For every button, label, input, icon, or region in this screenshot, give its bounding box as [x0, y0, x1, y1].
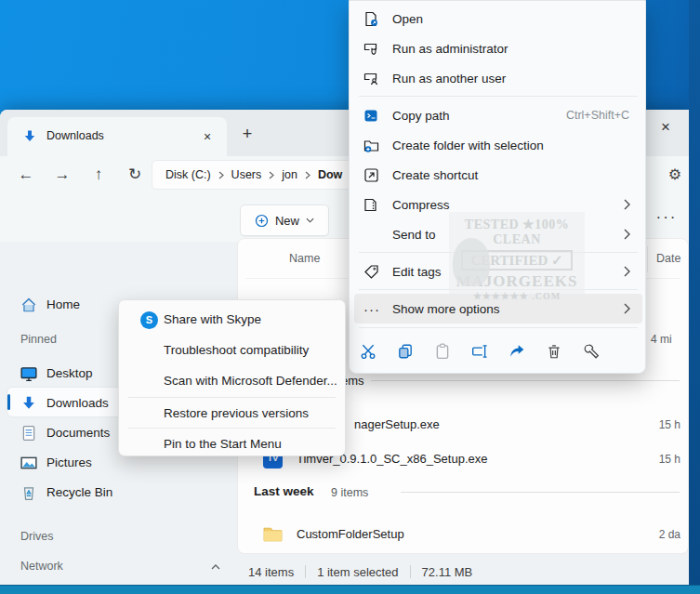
- downloads-icon: [22, 129, 37, 144]
- submenu-item-scan-with-defender[interactable]: Scan with Microsoft Defender...: [122, 367, 342, 396]
- new-tab-button[interactable]: +: [236, 123, 258, 145]
- new-button-label: New: [275, 214, 299, 228]
- copy-path-icon: [363, 108, 379, 124]
- desktop-icon: [20, 365, 37, 382]
- column-header-name[interactable]: Name: [289, 239, 320, 278]
- submenu-item-label: Restore previous versions: [164, 406, 309, 420]
- pinned-section-header[interactable]: Pinned: [20, 333, 57, 346]
- submenu-item-restore-previous-versions[interactable]: Restore previous versions: [122, 400, 342, 429]
- sidebar-item-recycle-bin[interactable]: Recycle Bin: [0, 478, 232, 507]
- submenu-item-troubleshoot-compatibility[interactable]: Troubleshoot compatibility: [122, 337, 342, 365]
- sidebar-item-label: Documents: [46, 426, 110, 440]
- menu-item-label: Show more options: [392, 302, 623, 316]
- submenu-item-pin-to-start-menu[interactable]: Pin to the Start Menu: [122, 430, 342, 459]
- chevron-down-icon: [306, 218, 314, 223]
- menu-item-label: Copy path: [392, 109, 566, 123]
- see-more-button[interactable]: ···: [651, 206, 682, 232]
- group-header-label[interactable]: Last week: [254, 484, 314, 498]
- menu-item-label: Open: [392, 12, 642, 26]
- group-divider: [401, 492, 680, 493]
- menu-icon-bar: [350, 330, 645, 373]
- breadcrumb-disk[interactable]: Disk (C:): [162, 168, 215, 181]
- watermark-line4: ★★★★★★ .COM: [449, 291, 585, 301]
- share-icon: [508, 343, 525, 360]
- file-date: 15 h: [659, 418, 680, 431]
- group-header-count: 9 items: [331, 486, 368, 499]
- drives-section-header[interactable]: Drives: [20, 530, 53, 543]
- column-header-date[interactable]: Date: [656, 239, 680, 278]
- create-shortcut-icon: [363, 167, 379, 183]
- menu-separator: [359, 327, 638, 328]
- forward-icon[interactable]: →: [49, 162, 75, 188]
- group-divider: [371, 380, 680, 381]
- submenu-chevron-icon: [623, 228, 631, 241]
- back-icon[interactable]: ←: [13, 162, 39, 188]
- submenu-separator: [128, 428, 336, 429]
- tab-title: Downloads: [46, 129, 104, 142]
- submenu-separator: [128, 397, 336, 398]
- file-date: 4 mi: [651, 333, 672, 346]
- rename-icon: [471, 343, 488, 360]
- status-bar: 14 items 1 item selected 72.11 MB: [0, 560, 700, 584]
- menu-item-run-as-administrator[interactable]: Run as administrator: [354, 33, 642, 63]
- breadcrumb-jon[interactable]: jon: [278, 168, 301, 181]
- skype-icon: S: [140, 311, 158, 329]
- column-divider[interactable]: [647, 246, 648, 272]
- desktop-right-edge: [689, 0, 700, 594]
- status-item-count: 14 items: [237, 565, 305, 579]
- run-admin-icon: [363, 41, 379, 57]
- breadcrumb-users[interactable]: Users: [228, 168, 266, 181]
- menu-item-label: Compress: [392, 198, 623, 212]
- compress-icon: [363, 197, 379, 213]
- file-row[interactable]: CustomFolderSetup 2 da: [238, 520, 688, 549]
- copy-icon: [397, 343, 414, 360]
- file-name: CustomFolderSetup: [297, 527, 404, 541]
- menu-item-create-folder-with-selection[interactable]: Create folder with selection: [354, 130, 642, 160]
- submenu-item-label: Share with Skype: [164, 312, 261, 326]
- open-icon: [363, 11, 379, 27]
- copy-button[interactable]: [387, 336, 424, 367]
- watermark-mascot: [453, 238, 490, 286]
- sidebar-item-label: Downloads: [46, 396, 109, 410]
- breadcrumb-separator-icon: [269, 171, 274, 179]
- menu-item-copy-path[interactable]: Copy path Ctrl+Shift+C: [354, 100, 642, 130]
- documents-icon: [20, 425, 37, 442]
- share-button[interactable]: [498, 336, 535, 367]
- breadcrumb-current[interactable]: Dow: [314, 168, 346, 181]
- menu-separator: [359, 96, 638, 97]
- gear-icon[interactable]: ⚙: [662, 163, 688, 187]
- refresh-icon[interactable]: ↻: [122, 162, 148, 188]
- more-options-icon: ···: [363, 301, 379, 317]
- new-button[interactable]: New: [240, 205, 329, 236]
- edit-tags-icon: [363, 264, 379, 280]
- sidebar-item-label: Recycle Bin: [46, 485, 112, 499]
- up-icon[interactable]: ↑: [86, 162, 112, 188]
- sidebar-item-label: Pictures: [46, 455, 92, 469]
- menu-item-label: Create shortcut: [392, 168, 642, 182]
- submenu-item-share-with-skype[interactable]: S Share with Skype: [122, 306, 342, 335]
- tab-close-icon[interactable]: ×: [197, 126, 218, 147]
- paste-button[interactable]: [424, 336, 461, 367]
- status-selected: 1 item selected: [306, 565, 409, 579]
- submenu-item-label: Scan with Microsoft Defender...: [164, 374, 337, 388]
- context-menu: Open Run as administrator Run as another…: [349, 0, 646, 374]
- menu-item-label: Create folder with selection: [392, 139, 642, 152]
- menu-item-open[interactable]: Open: [354, 4, 642, 33]
- submenu-chevron-icon: [623, 302, 631, 315]
- rename-button[interactable]: [461, 336, 498, 367]
- submenu-item-label: Pin to the Start Menu: [164, 437, 282, 451]
- classic-submenu: S Share with Skype Troubleshoot compatib…: [118, 299, 346, 456]
- file-date: 2 da: [659, 528, 680, 541]
- sidebar-item-label: Home: [46, 297, 80, 311]
- properties-button[interactable]: [573, 336, 610, 367]
- plus-circle-icon: [255, 214, 269, 228]
- menu-item-run-as-another-user[interactable]: Run as another user: [354, 63, 642, 93]
- window-close-button[interactable]: ×: [647, 113, 684, 141]
- menu-item-create-shortcut[interactable]: Create shortcut: [354, 160, 642, 190]
- file-date: 15 h: [659, 453, 680, 466]
- desktop: Downloads × + × ← → ↑ ↻ Disk (C:) Users …: [0, 0, 700, 594]
- cut-button[interactable]: [350, 336, 387, 367]
- tab-downloads[interactable]: Downloads ×: [7, 117, 227, 156]
- create-folder-icon: [363, 138, 379, 153]
- delete-button[interactable]: [535, 336, 573, 367]
